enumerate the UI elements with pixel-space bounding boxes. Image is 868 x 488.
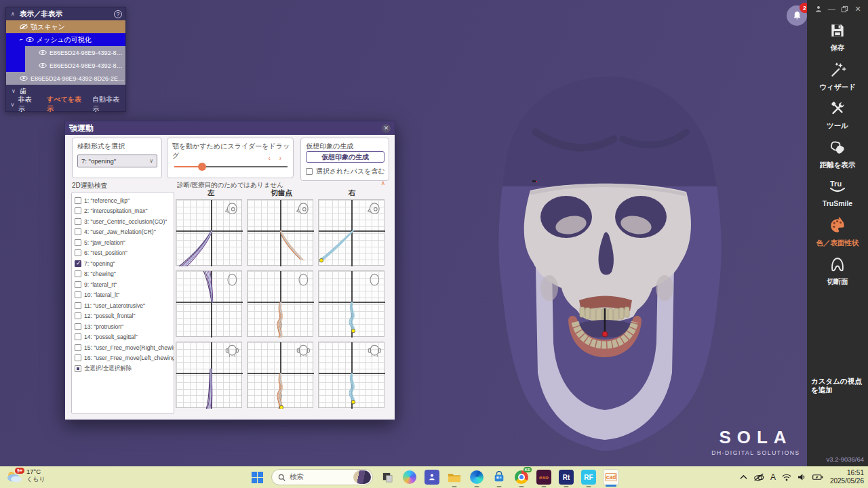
motion-checkbox-row[interactable]: 2: "intercuspitation_max" — [75, 206, 174, 217]
show-all-button[interactable]: すべてを表示 — [47, 95, 83, 114]
motion-checkbox-row[interactable]: 1: "reference_ikp" — [75, 195, 174, 206]
motion-checkbox-row[interactable]: 3: "user_Centric_occlusion(CO)" — [75, 216, 174, 227]
eye-icon[interactable] — [39, 49, 47, 56]
layers-panel-header[interactable]: ∧ 表示／非表示 ? — [6, 7, 125, 20]
close-icon[interactable]: ✕ — [853, 4, 863, 14]
layer-label: E86E5D24-98E9-4392-8D26-2EE42... — [31, 75, 125, 82]
layer-tree-item[interactable]: 顎スキャン — [6, 20, 125, 33]
generate-impression-button[interactable]: 仮想印象の生成 — [306, 151, 384, 163]
exocad-button[interactable]: exo — [536, 469, 552, 485]
teams-button[interactable] — [424, 469, 440, 485]
wifi-icon[interactable] — [782, 474, 791, 481]
motion-checkbox[interactable] — [75, 249, 81, 256]
motion-checkbox-row[interactable]: 12: "posselt_frontal" — [75, 311, 174, 322]
file-explorer-button[interactable] — [446, 469, 462, 485]
motion-checkbox-row[interactable]: 13: "protrusion" — [75, 321, 174, 332]
dialog-close-icon[interactable]: ✕ — [382, 124, 391, 133]
sidebar-tool-color[interactable]: 色／表面性状 — [808, 217, 867, 247]
collapse-plots-chevron-icon[interactable]: ∧ — [380, 180, 385, 186]
copilot-button[interactable] — [401, 469, 418, 485]
auto-hide-button[interactable]: 自動非表示 — [92, 95, 122, 114]
tray-expand-chevron-icon[interactable] — [740, 474, 747, 480]
jaw-slider-track[interactable] — [174, 166, 288, 167]
layer-tree-item[interactable]: E86E5D24-98E9-4392-8D26-2... — [6, 46, 125, 59]
clock[interactable]: 16:51 2025/05/26 — [830, 469, 864, 486]
motion-checkbox[interactable] — [75, 344, 81, 351]
user-account-icon[interactable] — [814, 4, 823, 14]
chrome-button[interactable]: KS — [513, 469, 530, 485]
expand-chevron-icon[interactable]: ∨ — [10, 88, 17, 94]
microsoft-store-button[interactable] — [491, 469, 507, 485]
notifications-button[interactable]: 2 — [787, 5, 807, 26]
motion-checkbox-row[interactable]: 8: "chewing" — [75, 269, 174, 280]
motion-checkbox[interactable] — [75, 197, 81, 204]
motion-checkbox-row[interactable]: 10: "lateral_lt" — [75, 290, 174, 301]
motion-checkbox-row[interactable]: 4: "user_Jaw_Relation(CR)" — [75, 227, 174, 238]
hidden-section-label[interactable]: 非表示 — [18, 95, 36, 114]
motion-checkbox[interactable] — [75, 312, 81, 319]
rf-app-button[interactable]: RF — [580, 469, 597, 485]
sidebar-tool-save[interactable]: 保存 — [808, 22, 867, 52]
eye-icon[interactable] — [20, 75, 28, 81]
sidebar-tool-tools[interactable]: ツール — [808, 100, 867, 130]
motion-checkbox[interactable] — [75, 207, 81, 214]
edge-button[interactable] — [469, 469, 485, 485]
ime-indicator[interactable]: A — [770, 472, 776, 482]
svg-text:Tru: Tru — [830, 180, 842, 188]
eye-icon[interactable] — [26, 37, 34, 43]
move-type-group: 移動形式を選択 7: "opening" ∨ — [72, 138, 162, 178]
volume-icon[interactable] — [797, 473, 806, 481]
sidebar-tool-wizard[interactable]: ウィザード — [808, 61, 867, 92]
select-all-checkbox[interactable] — [75, 365, 81, 372]
minimize-icon[interactable]: — — [827, 4, 836, 14]
layer-tree-item[interactable]: ⌐メッシュの可視化 — [6, 33, 125, 46]
motion-checkbox-row[interactable]: 15: "user_Free_move(RIght_chewing)" — [75, 342, 174, 353]
eye-icon[interactable] — [39, 62, 47, 68]
motion-checkbox[interactable] — [75, 354, 81, 361]
skull-3d-model[interactable] — [468, 64, 753, 454]
motion-checkbox[interactable] — [75, 323, 81, 330]
motion-checkbox[interactable] — [75, 333, 81, 340]
select-all-row[interactable]: 全選択/全選択解除 — [75, 363, 174, 374]
motion-checkbox[interactable] — [75, 239, 81, 246]
motion-checkbox-row[interactable]: 16: "user_Free_move(Left_chewing)" — [75, 353, 174, 364]
move-type-dropdown[interactable]: 7: "opening" ∨ — [77, 155, 157, 167]
motion-checkbox-row[interactable]: 14: "posselt_sagittal" — [75, 332, 174, 343]
battery-icon[interactable] — [812, 474, 824, 481]
sidebar-tool-distance[interactable]: 距離を表示 — [808, 139, 867, 169]
sidebar-tool-cutplane[interactable]: 切断面 — [808, 256, 867, 286]
expander-icon[interactable]: ⌐ — [20, 37, 23, 43]
restore-icon[interactable] — [840, 4, 850, 14]
include-path-checkbox-row[interactable]: 選択されたパスを含む — [306, 167, 385, 176]
layer-tree-item[interactable]: E86E5D24-98E9-4392-8D26-2EE42... — [6, 72, 125, 85]
dialog-titlebar[interactable]: 顎運動 ✕ — [65, 121, 395, 135]
virtual-impression-label: 仮想印象の生成 — [306, 142, 353, 151]
search-box[interactable]: 検索 — [271, 469, 373, 485]
start-button[interactable] — [249, 469, 265, 485]
onedrive-paused-icon[interactable] — [753, 473, 764, 481]
motion-checkbox[interactable] — [75, 270, 81, 277]
layer-tree-item[interactable]: E86E5D24-98E9-4392-8D26-2... — [6, 59, 125, 72]
jaw-slider-handle[interactable] — [198, 163, 206, 171]
include-path-checkbox[interactable] — [306, 168, 313, 175]
eye-off-icon[interactable] — [20, 24, 28, 30]
motion-checkbox[interactable] — [75, 291, 81, 298]
motion-checkbox[interactable] — [75, 228, 81, 235]
motion-checkbox-row[interactable]: 6: "rest_position" — [75, 248, 174, 259]
rt-app-button[interactable]: Rt — [558, 469, 574, 485]
windows-taskbar: 9+ 17°C くもり 検索 — [0, 466, 868, 488]
sidebar-tool-trusmile[interactable]: TruTruSmile — [808, 178, 867, 208]
motion-checkbox-row[interactable]: 7: "opening" — [75, 258, 174, 269]
motion-checkbox[interactable] — [75, 218, 81, 225]
weather-widget[interactable]: 9+ 17°C くもり — [5, 468, 45, 483]
motion-checkbox[interactable] — [75, 281, 81, 288]
cad-app-button[interactable]: cad — [603, 469, 619, 485]
motion-checkbox-row[interactable]: 9: "lateral_rt" — [75, 279, 174, 290]
help-icon[interactable]: ? — [114, 10, 122, 18]
motion-checkbox-row[interactable]: 5: "jaw_relation" — [75, 237, 174, 248]
bell-icon — [792, 11, 802, 21]
motion-checkbox[interactable] — [75, 260, 81, 267]
task-view-button[interactable] — [379, 469, 395, 485]
motion-checkbox[interactable] — [75, 302, 81, 309]
motion-checkbox-row[interactable]: 11: "user_Laterotrusive" — [75, 300, 174, 311]
